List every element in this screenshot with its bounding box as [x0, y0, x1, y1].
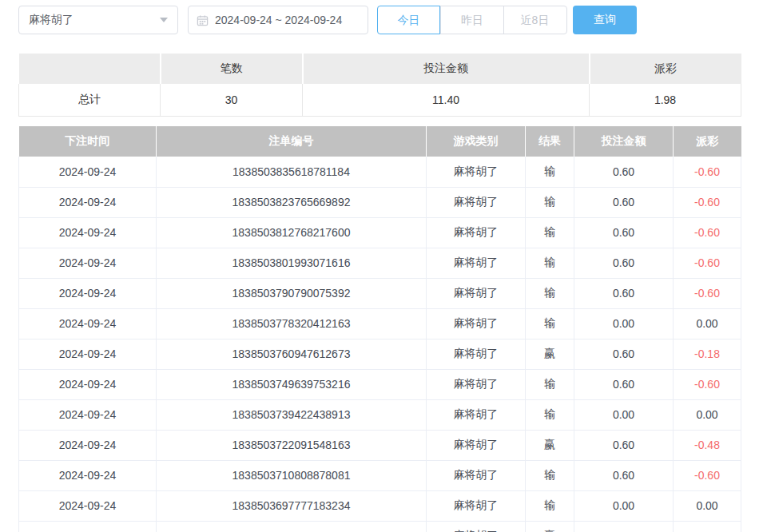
cell-result: 输 — [526, 248, 574, 278]
cell-game-type: 麻将胡了 — [427, 278, 526, 308]
cell-result: 输 — [526, 217, 574, 248]
cell-payout: -0.60 — [674, 278, 741, 308]
table-row: 2024-09-24 1838503760947612673 麻将胡了 赢 0.… — [19, 339, 741, 369]
cell-result: 输 — [526, 157, 574, 187]
game-type-select-value: 麻将胡了 — [29, 13, 160, 27]
table-row: 2024-09-24 1838503823765669892 麻将胡了 输 0.… — [19, 187, 741, 217]
cell-bet-time: 2024-09-24 — [19, 430, 157, 460]
toolbar: 麻将胡了 2024-09-24 ~ 2024-09-24 今日 昨日 近8日 查… — [0, 0, 759, 45]
cell-payout: -0.60 — [674, 460, 741, 490]
cell-payout: -0.60 — [674, 157, 741, 187]
cell-bet-amount — [574, 521, 674, 532]
cell-payout — [674, 521, 741, 532]
summary-header-count: 笔数 — [161, 54, 303, 84]
calendar-icon — [197, 14, 209, 26]
game-type-select[interactable]: 麻将胡了 — [18, 6, 178, 34]
cell-result: 赢 — [526, 339, 574, 369]
records-header-row: 下注时间 注单编号 游戏类别 结果 投注金额 派彩 — [19, 126, 741, 157]
table-row: 2024-09-24 1838503697777183234 麻将胡了 输 0.… — [19, 490, 741, 521]
cell-bet-time: 2024-09-24 — [19, 308, 157, 339]
col-bet-time: 下注时间 — [19, 126, 157, 157]
cell-bet-amount: 0.00 — [574, 490, 674, 521]
quick-range-group: 今日 昨日 近8日 — [377, 6, 567, 34]
cell-game-type: 麻将胡了 — [427, 369, 526, 399]
summary-header-payout: 派彩 — [590, 54, 741, 84]
cell-bet-amount: 0.60 — [574, 187, 674, 217]
table-row: 2024-09-24 1838503801993071616 麻将胡了 输 0.… — [19, 248, 741, 278]
cell-bet-time: 2024-09-24 — [19, 399, 157, 430]
cell-game-type: 麻将胡了 — [427, 399, 526, 430]
cell-bet-id: 1838503823765669892 — [157, 187, 427, 217]
cell-bet-id — [157, 521, 427, 532]
today-button[interactable]: 今日 — [377, 6, 440, 34]
cell-payout: -0.60 — [674, 248, 741, 278]
cell-payout: -0.60 — [674, 217, 741, 248]
cell-bet-time — [19, 521, 157, 532]
col-result: 结果 — [526, 126, 574, 157]
summary-total-row: 总计 30 11.40 1.98 — [19, 84, 741, 116]
cell-bet-id: 1838503710808878081 — [157, 460, 427, 490]
cell-bet-time: 2024-09-24 — [19, 157, 157, 187]
cell-result: 输 — [526, 278, 574, 308]
summary-total-count: 30 — [161, 84, 303, 116]
cell-bet-amount: 0.60 — [574, 430, 674, 460]
table-row: 2024-09-24 1838503812768217600 麻将胡了 输 0.… — [19, 217, 741, 248]
table-row-partial: 麻将胡了 赢 — [19, 521, 741, 532]
summary-total-label: 总计 — [19, 84, 161, 116]
cell-bet-amount: 0.60 — [574, 369, 674, 399]
cell-game-type: 麻将胡了 — [427, 248, 526, 278]
cell-bet-amount: 0.60 — [574, 217, 674, 248]
summary-total-bet-amount: 11.40 — [303, 84, 590, 116]
cell-bet-amount: 0.00 — [574, 399, 674, 430]
cell-payout: -0.18 — [674, 339, 741, 369]
date-range-input[interactable]: 2024-09-24 ~ 2024-09-24 — [188, 6, 368, 34]
cell-bet-amount: 0.60 — [574, 278, 674, 308]
cell-bet-time: 2024-09-24 — [19, 460, 157, 490]
cell-bet-time: 2024-09-24 — [19, 187, 157, 217]
table-row: 2024-09-24 1838503835618781184 麻将胡了 输 0.… — [19, 157, 741, 187]
query-button[interactable]: 查询 — [573, 6, 637, 34]
cell-bet-amount: 0.60 — [574, 157, 674, 187]
cell-bet-id: 1838503778320412163 — [157, 308, 427, 339]
cell-game-type: 麻将胡了 — [427, 187, 526, 217]
cell-bet-time: 2024-09-24 — [19, 339, 157, 369]
table-row: 2024-09-24 1838503778320412163 麻将胡了 输 0.… — [19, 308, 741, 339]
table-row: 2024-09-24 1838503739422438913 麻将胡了 输 0.… — [19, 399, 741, 430]
cell-game-type: 麻将胡了 — [427, 490, 526, 521]
summary-total-payout: 1.98 — [590, 84, 741, 116]
cell-bet-id: 1838503760947612673 — [157, 339, 427, 369]
summary-table: 笔数 投注金额 派彩 总计 30 11.40 1.98 — [18, 54, 741, 117]
cell-bet-time: 2024-09-24 — [19, 490, 157, 521]
cell-game-type: 麻将胡了 — [427, 157, 526, 187]
table-row: 2024-09-24 1838503749639753216 麻将胡了 输 0.… — [19, 369, 741, 399]
records-table: 下注时间 注单编号 游戏类别 结果 投注金额 派彩 2024-09-24 183… — [18, 126, 741, 532]
table-row: 2024-09-24 1838503790790075392 麻将胡了 输 0.… — [19, 278, 741, 308]
cell-game-type: 麻将胡了 — [427, 460, 526, 490]
cell-bet-id: 1838503697777183234 — [157, 490, 427, 521]
cell-bet-id: 1838503801993071616 — [157, 248, 427, 278]
cell-bet-id: 1838503749639753216 — [157, 369, 427, 399]
summary-header-blank — [19, 54, 161, 84]
cell-result: 输 — [526, 369, 574, 399]
summary-header-row: 笔数 投注金额 派彩 — [19, 54, 741, 84]
col-bet-id: 注单编号 — [157, 126, 427, 157]
cell-result: 输 — [526, 399, 574, 430]
cell-bet-id: 1838503722091548163 — [157, 430, 427, 460]
table-row: 2024-09-24 1838503722091548163 麻将胡了 赢 0.… — [19, 430, 741, 460]
cell-payout: -0.60 — [674, 187, 741, 217]
cell-payout: 0.00 — [674, 399, 741, 430]
yesterday-button[interactable]: 昨日 — [440, 6, 503, 34]
cell-result: 输 — [526, 460, 574, 490]
cell-bet-time: 2024-09-24 — [19, 369, 157, 399]
col-bet-amount: 投注金额 — [574, 126, 674, 157]
cell-game-type: 麻将胡了 — [427, 430, 526, 460]
cell-payout: 0.00 — [674, 308, 741, 339]
cell-game-type: 麻将胡了 — [427, 217, 526, 248]
last-8-days-button[interactable]: 近8日 — [503, 6, 566, 34]
cell-bet-amount: 0.00 — [574, 308, 674, 339]
col-game-type: 游戏类别 — [427, 126, 526, 157]
cell-bet-amount: 0.60 — [574, 248, 674, 278]
cell-payout: -0.60 — [674, 369, 741, 399]
cell-result: 输 — [526, 308, 574, 339]
cell-bet-time: 2024-09-24 — [19, 217, 157, 248]
